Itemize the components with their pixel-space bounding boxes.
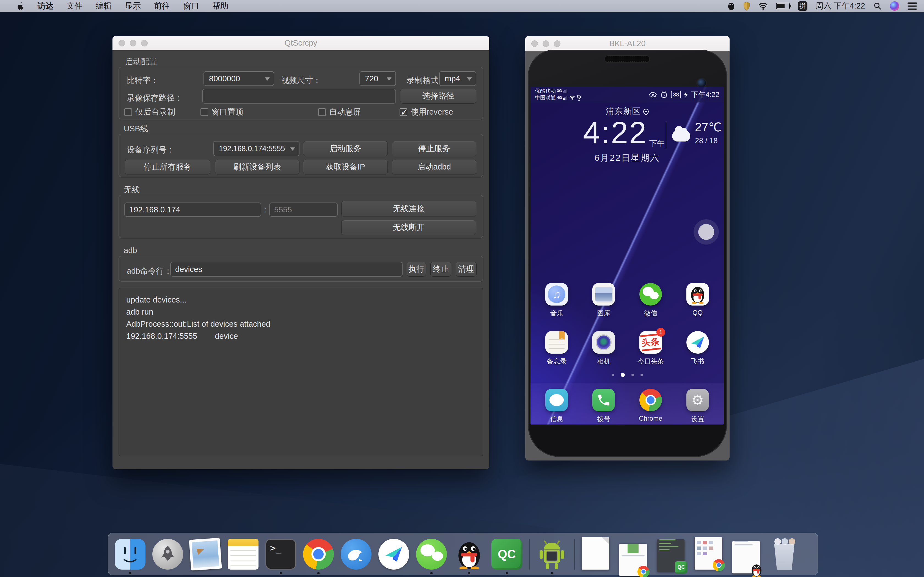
dock-minimized-document[interactable] <box>582 539 612 570</box>
dock-trash[interactable] <box>770 539 801 570</box>
close-button[interactable] <box>118 40 125 47</box>
home-page-dots[interactable] <box>530 373 724 377</box>
checkbox-auto-screen-off[interactable]: 自动息屏 <box>318 106 361 118</box>
dock-minimized-qtcreator-window[interactable]: QC <box>657 539 688 570</box>
menu-help[interactable]: 帮助 <box>206 0 235 12</box>
checkbox-box[interactable] <box>124 108 132 116</box>
menu-bar-clock[interactable]: 周六 下午4:22 <box>816 0 866 11</box>
get-device-ip-button[interactable]: 获取设备IP <box>303 160 388 174</box>
siri-icon[interactable] <box>890 2 899 11</box>
app-messages[interactable]: 信息 <box>535 389 578 424</box>
clear-button[interactable]: 清理 <box>456 262 477 277</box>
chrome-icon[interactable] <box>640 389 662 411</box>
wireless-connect-button[interactable]: 无线连接 <box>341 201 476 217</box>
search-icon[interactable] <box>873 2 882 10</box>
app-toutiao[interactable]: 头条1 今日头条 <box>628 331 673 366</box>
menu-view[interactable]: 显示 <box>118 0 147 12</box>
zoom-button[interactable] <box>554 40 561 47</box>
notes-icon[interactable] <box>545 331 568 354</box>
app-chrome[interactable]: Chrome <box>628 389 673 424</box>
minimize-button[interactable] <box>543 40 549 47</box>
start-service-button[interactable]: 启动服务 <box>303 141 388 156</box>
checkbox-box[interactable] <box>318 108 326 116</box>
wireless-ip-input[interactable]: 192.168.0.174 <box>124 203 261 217</box>
minimize-button[interactable] <box>130 40 136 47</box>
qq-menubar-icon[interactable] <box>728 2 735 10</box>
app-memo[interactable]: 备忘录 <box>535 331 578 366</box>
clock-time[interactable]: 4:22 <box>557 119 647 147</box>
checkbox-background-record[interactable]: 仅后台录制 <box>124 106 175 118</box>
serial-combobox[interactable]: 192.168.0.174:5555 <box>213 141 299 156</box>
dock-seal-app[interactable] <box>341 539 372 570</box>
wifi-icon[interactable] <box>758 2 768 10</box>
record-path-input[interactable] <box>202 89 396 103</box>
music-icon[interactable]: ♫ <box>545 283 568 306</box>
execute-button[interactable]: 执行 <box>407 262 426 277</box>
qtscrcpy-titlebar[interactable]: QtScrcpy <box>113 36 489 50</box>
dock-launchpad[interactable] <box>152 539 183 570</box>
dialer-icon[interactable] <box>592 389 615 411</box>
weather-temperature[interactable]: 27℃ <box>695 120 722 134</box>
assistive-touch-ball[interactable] <box>698 224 714 240</box>
messages-icon[interactable] <box>545 389 568 411</box>
dock-terminal[interactable]: >_ <box>265 539 296 570</box>
dock-qq[interactable] <box>454 539 485 570</box>
menu-go[interactable]: 前往 <box>147 0 176 12</box>
camera-icon[interactable] <box>592 331 615 354</box>
dock-mail[interactable] <box>190 539 221 570</box>
close-button[interactable] <box>531 40 538 47</box>
input-method-icon[interactable]: 拼 <box>798 2 808 11</box>
dock-finder[interactable] <box>115 539 145 570</box>
notification-center-icon[interactable] <box>908 2 917 10</box>
toutiao-icon[interactable]: 头条1 <box>640 331 662 354</box>
menu-finder[interactable]: 访达 <box>31 0 60 12</box>
terminate-button[interactable]: 终止 <box>430 262 451 277</box>
dock-notes[interactable] <box>228 539 258 570</box>
menu-edit[interactable]: 编辑 <box>89 0 118 12</box>
gallery-icon[interactable] <box>592 283 615 306</box>
bitrate-combobox[interactable]: 8000000 <box>204 71 274 86</box>
choose-path-button[interactable]: 选择路径 <box>400 89 476 103</box>
qq-icon[interactable] <box>687 283 709 306</box>
wireless-disconnect-button[interactable]: 无线断开 <box>341 220 476 235</box>
app-music[interactable]: ♫ 音乐 <box>535 283 578 318</box>
dock-scrcpy-android[interactable] <box>536 539 567 570</box>
record-format-combobox[interactable]: mp4 <box>439 71 476 86</box>
dock-feishu[interactable] <box>378 539 409 570</box>
refresh-device-list-button[interactable]: 刷新设备列表 <box>215 160 299 174</box>
window-traffic-lights[interactable] <box>531 36 561 51</box>
menu-window[interactable]: 窗口 <box>176 0 206 12</box>
checkbox-box[interactable] <box>400 108 407 116</box>
settings-icon[interactable]: ⚙ <box>687 389 709 411</box>
battery-icon[interactable] <box>776 3 790 9</box>
adb-log-output[interactable]: update devices... adb run AdbProcess::ou… <box>118 288 483 456</box>
app-feishu[interactable]: 飞书 <box>676 331 720 366</box>
apple-menu[interactable] <box>10 0 31 12</box>
menu-file[interactable]: 文件 <box>60 0 89 12</box>
phone-screen[interactable]: 优酷移动3G 中国联通4G 38 下午4:22 浦东新区 4:22 下午 27℃… <box>530 87 724 424</box>
checkbox-box[interactable] <box>200 108 208 116</box>
window-traffic-lights[interactable] <box>118 36 148 50</box>
dock-minimized-chrome-window[interactable] <box>619 539 650 570</box>
adb-cmd-input[interactable]: devices <box>170 262 402 277</box>
wireless-port-input[interactable]: 5555 <box>269 203 338 217</box>
app-dialer[interactable]: 拨号 <box>582 389 626 424</box>
dock-chrome[interactable] <box>303 539 334 570</box>
shield-icon[interactable] <box>743 2 750 11</box>
video-size-combobox[interactable]: 720 <box>359 71 396 86</box>
stop-service-button[interactable]: 停止服务 <box>392 141 476 156</box>
dock-wechat[interactable] <box>416 539 447 570</box>
checkbox-window-on-top[interactable]: 窗口置顶 <box>200 106 243 118</box>
app-qq[interactable]: QQ <box>676 283 720 318</box>
dock-minimized-qq-window[interactable] <box>732 539 763 570</box>
feishu-icon[interactable] <box>687 331 709 354</box>
checkbox-use-reverse[interactable]: 使用reverse <box>400 106 453 118</box>
app-gallery[interactable]: 图库 <box>582 283 626 318</box>
app-settings[interactable]: ⚙ 设置 <box>676 389 720 424</box>
start-adbd-button[interactable]: 启动adbd <box>392 160 476 174</box>
app-camera[interactable]: 相机 <box>582 331 626 366</box>
zoom-button[interactable] <box>141 40 148 47</box>
app-wechat[interactable]: 微信 <box>628 283 673 318</box>
stop-all-services-button[interactable]: 停止所有服务 <box>125 160 210 174</box>
wechat-icon[interactable] <box>640 283 662 306</box>
